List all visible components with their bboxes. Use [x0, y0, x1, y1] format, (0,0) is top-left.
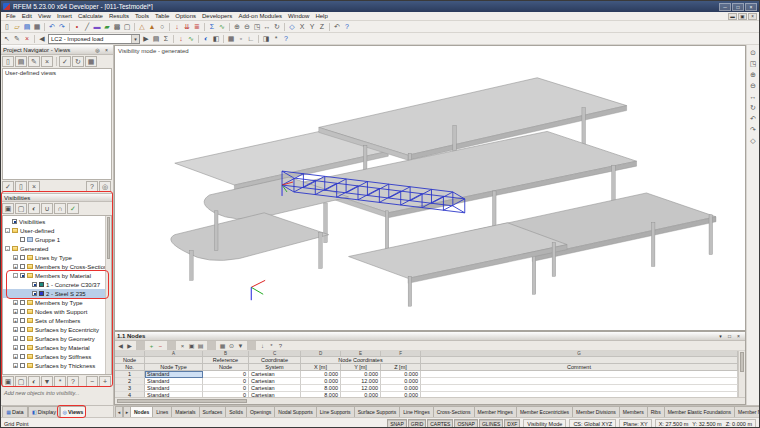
table-tab[interactable]: Surface Supports — [355, 406, 401, 417]
calculate-icon[interactable]: Σ — [207, 22, 217, 32]
clear-all-icon[interactable]: ▢ — [15, 376, 27, 387]
previous-view-icon[interactable]: ↶ — [332, 22, 342, 32]
previous-view-icon[interactable]: ↶ — [748, 113, 758, 123]
table-dock-icon[interactable]: ▾ — [716, 332, 725, 340]
status-toggle[interactable]: GLINES — [479, 419, 503, 428]
table-tab[interactable]: Member Hinges — [475, 406, 517, 417]
tree-expander[interactable] — [5, 219, 10, 224]
cell-z[interactable]: 0.000 — [381, 378, 421, 385]
line-load-icon[interactable]: ⇊ — [182, 22, 192, 32]
nodal-load-icon[interactable]: ↓ — [172, 22, 182, 32]
new-line-icon[interactable]: ╱ — [82, 22, 92, 32]
visibility-checkbox[interactable] — [20, 237, 25, 242]
table-tab[interactable]: Member Divisions — [573, 406, 620, 417]
visibility-checkbox[interactable] — [20, 255, 25, 260]
nodal-support-icon[interactable]: △ — [137, 22, 147, 32]
scrollbar-thumb[interactable] — [107, 217, 110, 259]
tree-expander[interactable]: + — [13, 300, 18, 305]
menu-item[interactable]: Table — [152, 13, 172, 19]
maximize-button[interactable]: □ — [732, 3, 744, 11]
pin-icon[interactable]: ◎ — [99, 181, 111, 192]
cell-z[interactable]: 0.000 — [381, 371, 421, 378]
tree-expander[interactable]: + — [13, 345, 18, 350]
rotate-view-icon[interactable]: ↻ — [272, 22, 282, 32]
clipping-plane-icon[interactable]: ◧ — [211, 34, 221, 44]
status-coordinate-system[interactable]: CS: Global XYZ — [569, 419, 616, 428]
view-x-icon[interactable]: X — [297, 22, 307, 32]
visibility-checkbox[interactable] — [12, 219, 17, 224]
navigator-tab[interactable]: ▦ Data — [2, 406, 28, 417]
tab-scroll-left-icon[interactable]: ◂ — [115, 406, 123, 417]
edit-object-icon[interactable]: ✎ — [12, 34, 22, 44]
select-cells-icon[interactable]: ▦ — [218, 341, 227, 350]
cell-reference-node[interactable]: 0 — [203, 378, 249, 385]
visibility-checkbox[interactable] — [20, 345, 25, 350]
status-toggle[interactable]: DXF — [504, 419, 520, 428]
zoom-window-icon[interactable]: ◳ — [748, 58, 758, 68]
navigator-tab[interactable]: ◧ Display — [28, 406, 60, 417]
mdi-restore-icon[interactable]: ▣ — [738, 13, 747, 20]
tree-item[interactable]: + Members by Cross-Section — [3, 262, 111, 271]
menu-item[interactable]: Window — [285, 13, 312, 19]
table-tab[interactable]: Solids — [226, 406, 247, 417]
menu-item[interactable]: File — [3, 13, 19, 19]
visibility-checkbox[interactable] — [32, 291, 37, 296]
cell-comment[interactable] — [421, 385, 738, 392]
zoom-in-icon[interactable]: ⊕ — [748, 69, 758, 79]
orbit-icon[interactable]: ↻ — [748, 102, 758, 112]
table-hscrollbar[interactable] — [115, 397, 745, 404]
tree-expander[interactable]: + — [13, 327, 18, 332]
delete-object-icon[interactable]: × — [22, 34, 32, 44]
help-icon[interactable]: ? — [342, 22, 352, 32]
table-settings-icon[interactable]: * — [267, 341, 276, 350]
cell-y[interactable]: 12.000 — [341, 378, 381, 385]
menu-item[interactable]: Results — [106, 13, 132, 19]
delete-view-icon[interactable]: × — [28, 181, 40, 192]
tree-expander[interactable]: + — [13, 336, 18, 341]
menu-item[interactable]: Help — [312, 13, 330, 19]
cell-x[interactable]: 0.000 — [301, 378, 341, 385]
results-icon[interactable]: ∿ — [217, 22, 227, 32]
cell-x[interactable]: 0.000 — [301, 371, 341, 378]
settings-icon[interactable]: * — [271, 34, 281, 44]
tree-item[interactable]: - User-defined — [3, 226, 111, 235]
table-tab[interactable]: Nodal Supports — [275, 406, 316, 417]
paste-icon[interactable]: ▤ — [196, 341, 205, 350]
tree-item[interactable]: + Surfaces by Eccentricity — [3, 325, 111, 334]
tree-item[interactable]: Gruppe 1 — [3, 235, 111, 244]
visibility-mode-icon[interactable]: ◐ — [201, 34, 211, 44]
zoom-out-icon[interactable]: ⊖ — [748, 80, 758, 90]
close-navigator-icon[interactable]: × — [102, 46, 111, 54]
cell-z[interactable]: 0.000 — [381, 385, 421, 392]
snap-toggle-icon[interactable]: ▫ — [236, 34, 246, 44]
load-case-selector[interactable]: LC2 - Imposed load ▾ — [48, 34, 140, 44]
filter-icon[interactable]: ▼ — [41, 376, 53, 387]
new-node-icon[interactable]: • — [72, 22, 82, 32]
close-button[interactable]: × — [745, 3, 757, 11]
table-tab[interactable]: Members — [620, 406, 648, 417]
user-defined-views-list[interactable]: User-defined views — [2, 68, 112, 180]
show-all-visibilities-icon[interactable]: ▣ — [2, 203, 14, 214]
status-toggle[interactable]: CARTES — [427, 419, 453, 428]
visibility-checkbox[interactable] — [20, 318, 25, 323]
table-tab[interactable]: Surfaces — [200, 406, 227, 417]
pan-view-icon[interactable]: ↔ — [262, 22, 272, 32]
cut-icon[interactable]: × — [178, 341, 187, 350]
surface-load-icon[interactable]: ≣ — [192, 22, 202, 32]
table-tab[interactable]: Cross-Sections — [434, 406, 475, 417]
table-help-icon[interactable]: ? — [276, 341, 285, 350]
view-settings-icon[interactable]: ▦ — [85, 56, 97, 67]
tree-item[interactable]: Visibilities — [3, 217, 111, 226]
display-grid-icon[interactable]: ▦ — [226, 34, 236, 44]
tree-expander[interactable]: - — [5, 246, 10, 251]
table-vscrollbar[interactable] — [738, 351, 745, 397]
set-view-icon[interactable]: ✓ — [2, 181, 14, 192]
delete-view-icon[interactable]: × — [41, 56, 53, 67]
export-icon[interactable]: ↓ — [258, 341, 267, 350]
table-tab[interactable]: Nodes — [131, 406, 153, 417]
menu-item[interactable]: Tools — [132, 13, 152, 19]
cell-node-type[interactable]: Standard — [145, 378, 203, 385]
apply-view-icon[interactable]: ✓ — [59, 56, 71, 67]
cell-x[interactable]: 8.000 — [301, 385, 341, 392]
table-tab[interactable]: Lines — [153, 406, 172, 417]
